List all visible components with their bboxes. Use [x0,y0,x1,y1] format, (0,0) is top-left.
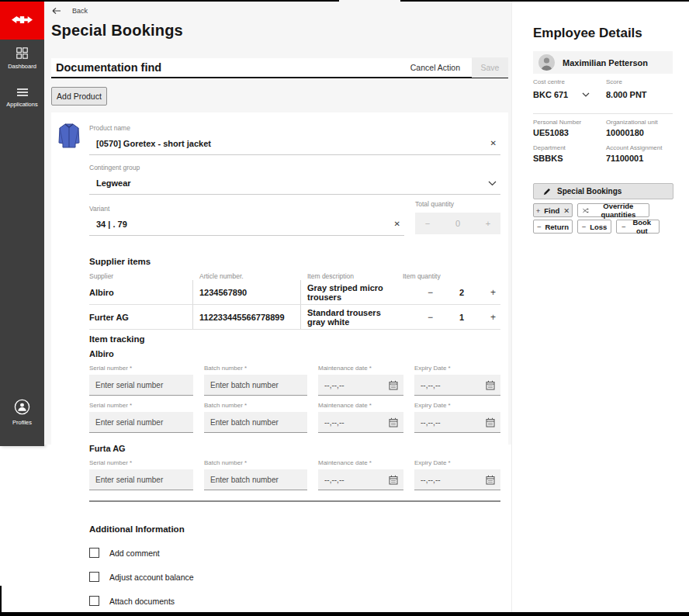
sbb-arrows-icon [12,16,33,23]
total-quantity-block: Total quantity − 0 + [415,200,500,234]
personal-number-label: Personal Number [533,119,606,126]
quantity-decrease-button[interactable]: − [415,219,440,228]
supplier-cell: Albiro [89,288,192,297]
cost-centre-block: Cost centre BKC 671 [533,78,606,99]
contingent-group-field[interactable]: Contingent group Legwear [89,164,500,195]
sbb-logo [0,0,44,40]
cost-centre-select[interactable]: BKC 671 [533,90,606,99]
score-block: Score 8.000 PNT [606,78,673,99]
supplier-items-section: Supplier items Supplier Article number. … [89,257,500,330]
calendar-icon[interactable] [389,417,398,427]
increase-item-button[interactable]: + [490,287,496,298]
loss-label: Loss [590,223,607,231]
add-comment-checkbox[interactable] [89,548,99,558]
contingent-group-label: Contingent group [89,164,500,171]
calendar-icon[interactable] [486,475,495,485]
sidebar-item-label: Applications [6,101,37,108]
attach-documents-checkbox[interactable] [89,596,99,606]
variant-field[interactable]: Variant 34 | . 79 ✕ [89,205,404,236]
batch-number-input[interactable] [204,375,307,396]
quantity-increase-button[interactable]: + [476,219,500,228]
product-name-value: [0570] Goretex - short jacket [96,139,490,148]
expiry-date-cell: Expiry Date * [414,362,500,396]
description-cell: Standard trousers gray white [300,305,398,329]
save-button[interactable]: Save [472,57,508,78]
variant-label: Variant [89,205,404,213]
item-tracking-title: Item tracking [89,334,500,344]
sidebar-item-applications[interactable]: Applications [0,88,44,108]
increase-item-button[interactable]: + [490,312,496,323]
chevron-down-icon[interactable] [488,181,497,186]
clear-variant-icon[interactable]: ✕ [394,220,400,228]
plus-icon: + [536,206,541,215]
column-header: Article number. [192,272,300,280]
cost-centre-label: Cost centre [533,78,606,85]
product-image-jacket [58,123,80,149]
add-product-button[interactable]: Add Product [51,87,107,106]
product-card: Product name [0570] Goretex - short jack… [51,112,508,609]
back-arrow-icon [51,7,61,15]
minus-icon: − [621,223,626,231]
table-row: Albiro 1234567890 Gray striped micro tro… [89,280,500,305]
supplier-table-headers: Supplier Article number. Item descriptio… [89,272,500,280]
decrease-item-button[interactable]: − [428,287,433,298]
sidebar-item-profiles[interactable]: Profiles [0,399,44,426]
serial-number-input[interactable] [89,375,193,396]
sidebar-item-label: Dashboard [8,63,36,70]
column-header: Item quantity [398,272,500,280]
calendar-icon[interactable] [486,417,495,427]
clear-product-icon[interactable]: ✕ [490,140,497,147]
screen-edge-bottom [0,612,689,616]
maintenance-date-cell: Maintenance date * [318,362,403,396]
find-filter-chip[interactable]: + Find ✕ [533,203,573,217]
additional-information-title: Additional Information [89,524,500,534]
tracking-row: Serial number * Batch number * Maintenan… [89,399,500,433]
book-out-button[interactable]: − Book out [616,220,660,234]
serial-number-label: Serial number * [89,459,193,466]
total-quantity-value: 0 [440,219,476,228]
employee-details-title: Employee Details [533,26,642,41]
cancel-action-button[interactable]: Cancel Action [410,63,460,72]
calendar-icon[interactable] [389,475,398,485]
checkbox-label: Adjust account balance [109,573,194,582]
org-unit-value: 10000180 [606,128,673,137]
serial-number-label: Serial number * [89,365,193,372]
shuffle-icon [583,207,589,214]
item-quantity-cell: − 2 + [398,287,500,298]
close-icon[interactable]: ✕ [563,206,570,215]
contingent-group-value: Legwear [96,178,488,188]
override-quantities-button[interactable]: Override quantities [577,203,649,217]
special-bookings-button[interactable]: Special Bookings [533,183,673,199]
account-assignment-label: Account Assignment [606,144,673,151]
expiry-date-cell: Expiry Date * [414,399,500,433]
decrease-item-button[interactable]: − [428,312,433,323]
serial-number-cell: Serial number * [89,456,193,490]
calendar-icon[interactable] [389,380,398,390]
product-name-label: Product name [89,124,500,132]
minus-icon: − [537,223,542,231]
avatar [538,54,555,71]
back-button[interactable]: Back [51,7,88,15]
return-button[interactable]: − Return [533,220,573,234]
adjust-account-balance-checkbox[interactable] [89,572,99,582]
sidebar-item-dashboard[interactable]: Dashboard [0,47,44,70]
column-header: Item description [300,272,398,280]
sidebar: Dashboard Applications Profiles [0,0,44,446]
screen-edge-top-right [400,0,689,2]
main-content: Back Special Bookings Documentation find… [44,0,511,616]
serial-number-input[interactable] [89,469,193,490]
expiry-date-label: Expiry Date * [414,459,500,466]
loss-button[interactable]: − Loss [577,220,611,234]
batch-number-input[interactable] [204,469,307,490]
cost-centre-score-row: Cost centre BKC 671 Score 8.000 PNT [533,78,673,99]
maintenance-date-cell: Maintenance date * [318,399,403,433]
batch-number-input[interactable] [204,412,307,433]
calendar-icon[interactable] [486,380,495,390]
serial-number-input[interactable] [89,412,193,433]
attach-documents-option: Attach documents [89,596,500,606]
product-name-field[interactable]: Product name [0570] Goretex - short jack… [89,124,500,155]
batch-number-label: Batch number * [204,365,307,372]
department-value: SBBKS [533,154,606,163]
org-unit-label: Organizational unit [606,119,673,126]
additional-information-section: Additional Information Add comment Adjus… [89,524,500,606]
